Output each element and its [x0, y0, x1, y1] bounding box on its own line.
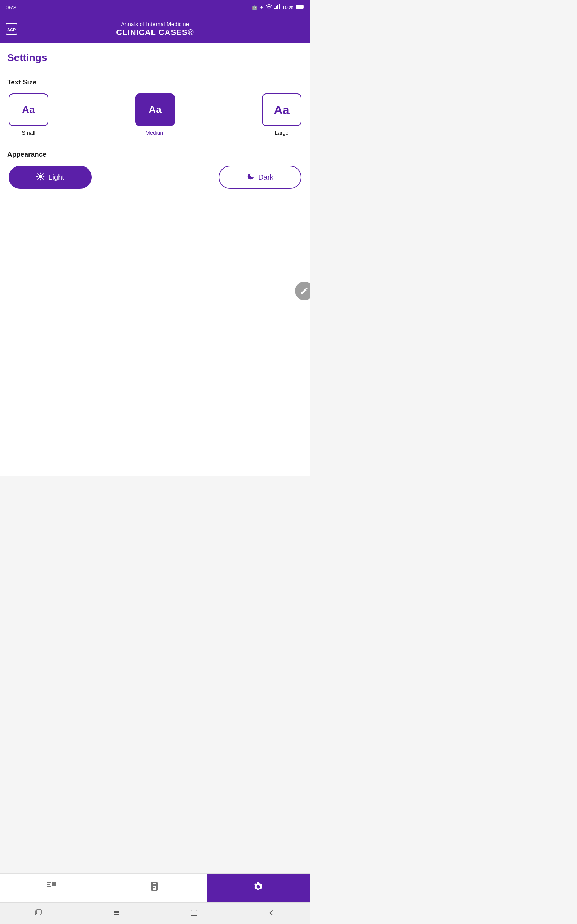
svg-line-13	[38, 174, 39, 174]
text-size-divider	[7, 71, 303, 71]
status-bar: 06:31 🤖 ✈ 100%	[0, 0, 310, 15]
text-size-section: Text Size Aa Small Aa Medium Aa	[7, 78, 303, 136]
text-size-medium-aa: Aa	[148, 104, 161, 115]
appearance-divider	[7, 143, 303, 143]
android-icon: 🤖	[252, 5, 258, 10]
moon-icon	[247, 173, 255, 182]
appearance-light-button[interactable]: Light	[9, 166, 92, 189]
light-label: Light	[48, 173, 64, 181]
svg-line-16	[38, 178, 39, 179]
main-content: Settings Text Size Aa Small Aa Medium	[0, 43, 310, 477]
svg-rect-1	[276, 6, 277, 10]
text-size-options: Aa Small Aa Medium Aa Large	[7, 94, 303, 136]
text-size-small-label: Small	[22, 129, 35, 136]
text-size-small-button[interactable]: Aa	[9, 94, 48, 126]
text-size-large-aa: Aa	[274, 103, 289, 117]
status-time: 06:31	[6, 4, 19, 10]
text-size-label: Text Size	[7, 78, 303, 86]
text-size-large-option[interactable]: Aa Large	[262, 94, 301, 136]
svg-line-15	[43, 174, 43, 174]
text-size-medium-button[interactable]: Aa	[135, 94, 175, 126]
page-title: Settings	[7, 52, 303, 63]
sun-icon	[36, 172, 45, 183]
status-icons: 🤖 ✈ 100%	[252, 4, 305, 10]
appearance-section: Appearance Light	[7, 150, 303, 189]
svg-rect-3	[279, 4, 280, 10]
edit-fab-button[interactable]	[295, 281, 310, 300]
header-title-top: Annals of Internal Medicine	[116, 21, 193, 28]
text-size-large-button[interactable]: Aa	[262, 94, 301, 126]
text-size-small-aa: Aa	[22, 104, 35, 115]
signal-bars-icon	[274, 4, 280, 10]
acp-logo: ACP	[6, 23, 17, 35]
text-size-small-option[interactable]: Aa Small	[9, 94, 48, 136]
signal-icon: ✈	[259, 5, 264, 10]
wifi-icon	[266, 4, 272, 10]
svg-rect-0	[274, 8, 276, 10]
svg-line-14	[43, 178, 43, 179]
acp-logo-icon: ACP	[6, 23, 17, 35]
battery-text: 100%	[282, 5, 294, 10]
app-header: ACP Annals of Internal Medicine CLINICAL…	[0, 15, 310, 43]
svg-rect-4	[297, 5, 303, 9]
header-title: Annals of Internal Medicine CLINICAL CAS…	[116, 21, 193, 37]
svg-point-8	[39, 175, 42, 178]
text-size-medium-label: Medium	[145, 129, 164, 136]
text-size-large-label: Large	[275, 129, 288, 136]
appearance-label: Appearance	[7, 150, 303, 158]
text-size-medium-option[interactable]: Aa Medium	[135, 94, 175, 136]
svg-text:ACP: ACP	[7, 27, 16, 32]
appearance-dark-button[interactable]: Dark	[219, 166, 301, 189]
svg-rect-5	[304, 6, 305, 8]
header-title-bottom: CLINICAL CASES®	[116, 28, 193, 37]
appearance-options: Light Dark	[7, 166, 303, 189]
battery-icon	[297, 5, 305, 10]
dark-label: Dark	[258, 173, 273, 181]
svg-rect-2	[277, 5, 279, 10]
